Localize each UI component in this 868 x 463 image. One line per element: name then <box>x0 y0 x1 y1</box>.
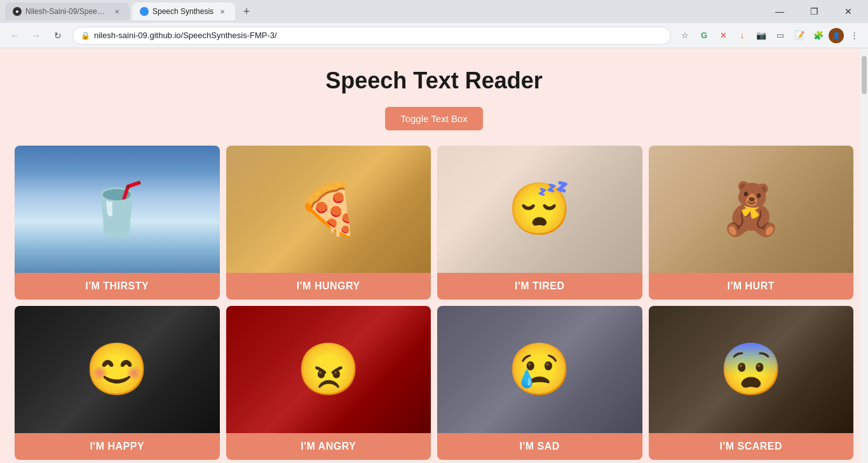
toggle-btn-container: Toggle Text Box <box>13 107 855 130</box>
card-happy[interactable]: I'M HAPPY <box>15 306 220 460</box>
tab-close-active[interactable]: ✕ <box>217 6 227 17</box>
page-content: Speech Text Reader Toggle Text Box I'M T… <box>0 48 868 463</box>
card-thirsty[interactable]: I'M THIRSTY <box>15 146 220 300</box>
window-controls: — ❐ ✕ <box>765 1 863 22</box>
card-image-hurt <box>649 146 854 273</box>
refresh-button[interactable]: ↻ <box>48 26 67 45</box>
card-tired[interactable]: I'M TIRED <box>437 146 642 300</box>
card-image-hungry <box>226 146 431 273</box>
card-label-hurt: I'M HURT <box>649 273 854 300</box>
address-text: nilesh-saini-09.github.io/SpeechSynthesi… <box>94 31 277 40</box>
cards-grid: I'M THIRSTY I'M HUNGRY I'M TIRED I'M HUR… <box>15 146 853 463</box>
scrollbar[interactable] <box>860 48 868 463</box>
browser-tab-inactive[interactable]: ● Nilesh-Saini-09/SpeechSynthesi... ✕ <box>5 3 130 20</box>
tab-label-inactive: Nilesh-Saini-09/SpeechSynthesi... <box>25 7 108 16</box>
extension-x-button[interactable]: ✕ <box>714 27 732 45</box>
forward-button[interactable]: → <box>27 26 46 45</box>
page-title: Speech Text Reader <box>13 67 855 94</box>
browser-titlebar: ● Nilesh-Saini-09/SpeechSynthesi... ✕ 🌐 … <box>0 0 868 23</box>
extension-g-button[interactable]: G <box>695 27 713 45</box>
card-image-sad <box>437 306 642 433</box>
toggle-text-box-button[interactable]: Toggle Text Box <box>385 107 483 130</box>
card-label-hungry: I'M HUNGRY <box>226 273 431 300</box>
card-image-happy <box>15 306 220 433</box>
card-angry[interactable]: I'M ANGRY <box>226 306 431 460</box>
camera-button[interactable]: 📷 <box>752 27 770 45</box>
scrollbar-thumb[interactable] <box>862 56 867 94</box>
tab-close-inactive[interactable]: ✕ <box>112 6 122 17</box>
card-hurt[interactable]: I'M HURT <box>649 146 854 300</box>
bookmark-button[interactable]: ☆ <box>676 27 694 45</box>
card-image-scared <box>649 306 854 433</box>
tab-groups-button[interactable]: ▭ <box>771 27 789 45</box>
toolbar-actions: ☆ G ✕ ↓ 📷 ▭ 📝 🧩 👤 ⋮ <box>676 27 863 45</box>
new-tab-button[interactable]: + <box>238 3 255 20</box>
card-label-thirsty: I'M THIRSTY <box>15 273 220 300</box>
card-sad[interactable]: I'M SAD <box>437 306 642 460</box>
minimize-button[interactable]: — <box>765 1 794 22</box>
card-label-angry: I'M ANGRY <box>226 433 431 460</box>
browser-tab-active[interactable]: 🌐 Speech Synthesis ✕ <box>132 3 235 20</box>
back-button[interactable]: ← <box>5 26 24 45</box>
tab-label-active: Speech Synthesis <box>153 7 214 16</box>
card-label-tired: I'M TIRED <box>437 273 642 300</box>
card-scared[interactable]: I'M SCARED <box>649 306 854 460</box>
notes-button[interactable]: 📝 <box>790 27 808 45</box>
card-label-sad: I'M SAD <box>437 433 642 460</box>
browser-chrome: ● Nilesh-Saini-09/SpeechSynthesi... ✕ 🌐 … <box>0 0 868 48</box>
card-image-tired <box>437 146 642 273</box>
github-favicon: ● <box>13 7 22 16</box>
active-tab-favicon: 🌐 <box>140 7 149 16</box>
avatar-button[interactable]: 👤 <box>829 28 844 43</box>
card-image-angry <box>226 306 431 433</box>
extension-dl-button[interactable]: ↓ <box>733 27 751 45</box>
close-button[interactable]: ✕ <box>834 1 863 22</box>
card-image-thirsty <box>15 146 220 273</box>
lock-icon: 🔒 <box>81 31 90 40</box>
browser-toolbar: ← → ↻ 🔒 nilesh-saini-09.github.io/Speech… <box>0 23 868 48</box>
maximize-button[interactable]: ❐ <box>799 1 829 22</box>
card-hungry[interactable]: I'M HUNGRY <box>226 146 431 300</box>
extensions-button[interactable]: 🧩 <box>810 27 827 45</box>
card-label-happy: I'M HAPPY <box>15 433 220 460</box>
menu-button[interactable]: ⋮ <box>845 27 863 45</box>
card-label-scared: I'M SCARED <box>649 433 854 460</box>
address-bar[interactable]: 🔒 nilesh-saini-09.github.io/SpeechSynthe… <box>72 27 671 45</box>
